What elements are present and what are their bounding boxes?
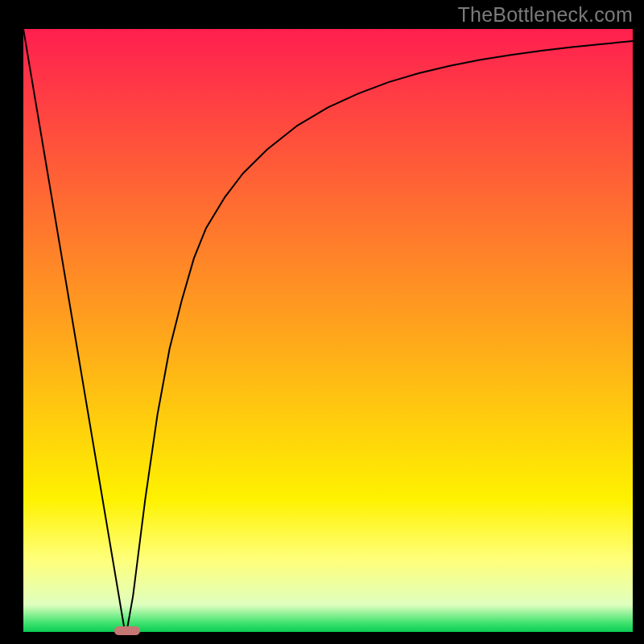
bottleneck-curve xyxy=(23,29,633,632)
plot-area xyxy=(23,29,633,632)
optimal-marker xyxy=(114,626,140,636)
watermark-text: TheBottleneck.com xyxy=(458,3,633,27)
